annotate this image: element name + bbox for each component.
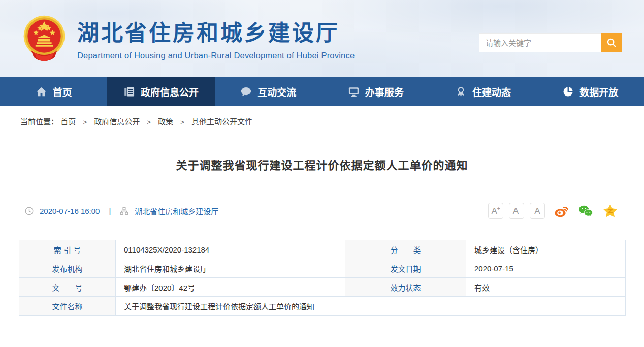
main-nav: 首页 政府信息公开 互动交流 办事服务 住建动态 — [0, 77, 644, 106]
nav-item-open-data[interactable]: 数据开放 — [537, 77, 644, 106]
search-button[interactable] — [601, 33, 622, 52]
info-value: 关于调整我省现行建设工程计价依据定额人工单价的通知 — [116, 297, 626, 316]
meta-separator: | — [109, 207, 111, 215]
info-label: 文件名称 — [19, 297, 116, 316]
search-icon — [606, 37, 617, 48]
article-source: 湖北省住房和城乡建设厅 — [135, 206, 218, 216]
breadcrumb-separator: > — [83, 118, 87, 126]
breadcrumb: 当前位置： 首页 > 政府信息公开 > 政策 > 其他主动公开文件 — [0, 106, 644, 127]
nav-item-news[interactable]: 住建动态 — [429, 77, 536, 106]
weibo-share-icon[interactable] — [554, 203, 569, 219]
article-meta: 2020-07-16 16:00 | 湖北省住房和城乡建设厅 — [19, 206, 218, 216]
brand-block: 湖北省住房和城乡建设厅 Department of Housing and Ur… — [77, 15, 355, 60]
info-label: 发文日期 — [345, 259, 466, 278]
table-row: 文 号 鄂建办〔2020〕42号 效力状态 有效 — [19, 278, 626, 297]
breadcrumb-separator: > — [147, 118, 151, 126]
document-icon — [123, 86, 135, 98]
breadcrumb-link-policy[interactable]: 政策 — [158, 117, 173, 126]
nav-item-home[interactable]: 首页 — [0, 77, 107, 106]
wechat-share-icon[interactable] — [578, 203, 594, 219]
breadcrumb-link-info-disclosure[interactable]: 政府信息公开 — [94, 117, 140, 126]
info-label: 效力状态 — [345, 278, 466, 297]
breadcrumb-separator: > — [180, 118, 184, 126]
font-larger-button[interactable]: A+ — [488, 203, 503, 219]
info-value: 01104325X/2020-132184 — [116, 240, 345, 259]
table-row: 发布机构 湖北省住房和城乡建设厅 发文日期 2020-07-15 — [19, 259, 626, 278]
font-smaller-button[interactable]: A- — [509, 203, 524, 219]
home-icon — [36, 86, 47, 98]
breadcrumb-link-home[interactable]: 首页 — [60, 117, 76, 126]
chat-bubble-icon — [240, 86, 252, 98]
info-value: 有效 — [466, 278, 626, 297]
site-subtitle: Department of Housing and Urban-Rural De… — [77, 51, 355, 60]
nav-item-label: 办事服务 — [365, 85, 404, 99]
breadcrumb-link-current[interactable]: 其他主动公开文件 — [191, 117, 252, 126]
site-search — [479, 33, 622, 52]
clock-icon — [25, 207, 34, 215]
national-emblem-logo — [22, 13, 66, 66]
organization-icon — [120, 207, 128, 215]
pie-chart-icon — [562, 86, 574, 98]
article-tools: A+ A- A — [488, 203, 625, 219]
nav-item-info-disclosure[interactable]: 政府信息公开 — [107, 77, 214, 106]
nav-item-label: 互动交流 — [257, 85, 296, 99]
medal-icon — [455, 86, 467, 98]
nav-item-services[interactable]: 办事服务 — [322, 77, 429, 106]
article-content: 关于调整我省现行建设工程计价依据定额人工单价的通知 2020-07-16 16:… — [19, 156, 625, 316]
font-reset-button[interactable]: A — [530, 203, 545, 219]
nav-item-label: 数据开放 — [579, 85, 618, 99]
info-label: 发布机构 — [19, 259, 116, 278]
info-label: 文 号 — [19, 278, 116, 297]
table-row: 文件名称 关于调整我省现行建设工程计价依据定额人工单价的通知 — [19, 297, 626, 316]
qzone-share-icon[interactable] — [602, 203, 618, 219]
publish-time: 2020-07-16 16:00 — [40, 207, 100, 215]
document-info-table: 索 引 号 01104325X/2020-132184 分 类 城乡建设（含住房… — [19, 240, 626, 316]
site-header: 湖北省住房和城乡建设厅 Department of Housing and Ur… — [0, 0, 644, 77]
info-value: 湖北省住房和城乡建设厅 — [116, 259, 345, 278]
info-label: 分 类 — [345, 240, 466, 259]
search-input[interactable] — [479, 33, 601, 52]
article-title: 关于调整我省现行建设工程计价依据定额人工单价的通知 — [19, 156, 625, 172]
info-value: 鄂建办〔2020〕42号 — [116, 278, 345, 297]
article-meta-row: 2020-07-16 16:00 | 湖北省住房和城乡建设厅 A+ A- A — [19, 193, 625, 229]
info-label: 索 引 号 — [19, 240, 116, 259]
monitor-icon — [348, 86, 360, 98]
breadcrumb-prefix: 当前位置： — [20, 117, 58, 126]
nav-item-interaction[interactable]: 互动交流 — [215, 77, 322, 106]
nav-item-label: 政府信息公开 — [141, 85, 199, 99]
nav-item-label: 住建动态 — [472, 85, 511, 99]
site-title: 湖北省住房和城乡建设厅 — [77, 15, 355, 47]
info-value: 2020-07-15 — [466, 259, 626, 278]
info-value: 城乡建设（含住房） — [466, 240, 626, 259]
nav-item-label: 首页 — [53, 85, 72, 99]
table-row: 索 引 号 01104325X/2020-132184 分 类 城乡建设（含住房… — [19, 240, 626, 259]
